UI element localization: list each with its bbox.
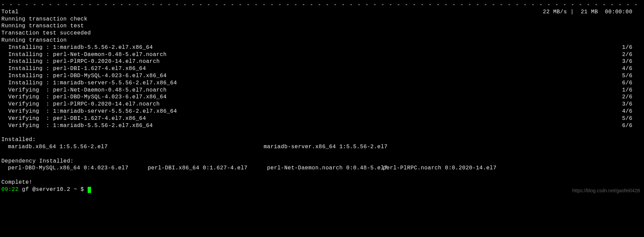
verify-text: Verifying : 1:mariadb-5.5.56-2.el7.x86_6… [1,122,153,129]
install-count: 1/6 [622,44,643,51]
install-row: Installing : 1:mariadb-server-5.5.56-2.e… [1,80,643,87]
install-count: 3/6 [622,58,643,65]
install-row: Installing : 1:mariadb-5.5.56-2.el7.x86_… [1,44,643,51]
install-text: Installing : 1:mariadb-5.5.56-2.el7.x86_… [1,44,153,51]
verify-count: 5/6 [622,115,643,122]
prompt-time: 09:22 [1,186,19,193]
dep-pkg: perl-Net-Daemon.noarch 0:0.48-5.el7 [267,165,383,172]
watermark-text: https://blog.csdn.net/gaofei0428 [572,187,640,194]
terminal-output[interactable]: - - - - - - - - - - - - - - - - - - - - … [0,0,644,196]
verify-text: Verifying : 1:mariadb-server-5.5.56-2.el… [1,108,177,115]
dep-installed-packages: perl-DBD-MySQL.x86_64 0:4.023-6.el7 perl… [1,165,643,172]
status-check: Running transaction check [1,16,643,23]
verify-row: Verifying : perl-Net-Daemon-0.48-5.el7.n… [1,87,643,94]
verify-row: Verifying : perl-PlRPC-0.2020-14.el7.noa… [1,101,643,108]
install-row: Installing : perl-DBD-MySQL-4.023-6.el7.… [1,72,643,80]
installed-header: Installed: [1,136,643,143]
total-label: Total [1,9,19,16]
install-count: 6/6 [622,80,643,87]
verify-row: Verifying : perl-DBD-MySQL-4.023-6.el7.x… [1,94,643,101]
total-row: Total 22 MB/s | 21 MB 00:00:00 [1,9,643,16]
install-row: Installing : perl-PlRPC-0.2020-14.el7.no… [1,58,643,65]
dep-pkg: perl-DBI.x86_64 0:1.627-4.el7 [148,165,267,172]
verify-text: Verifying : perl-Net-Daemon-0.48-5.el7.n… [1,87,167,94]
install-text: Installing : 1:mariadb-server-5.5.56-2.e… [1,80,177,87]
dep-pkg: perl-DBD-MySQL.x86_64 0:4.023-6.el7 [8,165,148,172]
status-succeeded: Transaction test succeeded [1,30,643,37]
prompt-text: gf @server10.2 ~ $ [19,186,88,193]
install-text: Installing : perl-DBD-MySQL-4.023-6.el7.… [1,72,167,80]
install-text: Installing : perl-Net-Daemon-0.48-5.el7.… [1,51,167,58]
shell-prompt[interactable]: 09:22 gf @server10.2 ~ $ [1,186,643,193]
blank-line [1,151,643,158]
install-row: Installing : perl-Net-Daemon-0.48-5.el7.… [1,51,643,58]
install-count: 2/6 [622,51,643,58]
verify-count: 1/6 [622,87,643,94]
install-text: Installing : perl-PlRPC-0.2020-14.el7.no… [1,58,160,65]
dep-pkg: perl-PlRPC.noarch 0:0.2020-14.el7 [383,165,496,172]
verify-row: Verifying : 1:mariadb-5.5.56-2.el7.x86_6… [1,122,643,129]
install-count: 4/6 [622,65,643,72]
blank-line [1,172,643,179]
verify-text: Verifying : perl-DBD-MySQL-4.023-6.el7.x… [1,94,167,101]
status-test: Running transaction test [1,23,643,30]
install-text: Installing : perl-DBI-1.627-4.el7.x86_64 [1,65,146,72]
verify-row: Verifying : 1:mariadb-server-5.5.56-2.el… [1,108,643,115]
verify-text: Verifying : perl-PlRPC-0.2020-14.el7.noa… [1,101,160,108]
complete-line: Complete! [1,179,643,186]
verify-count: 4/6 [622,108,643,115]
cursor-icon [88,187,91,193]
divider-line: - - - - - - - - - - - - - - - - - - - - … [1,1,643,9]
installed-pkg: mariadb-server.x86_64 1:5.5.56-2.el7 [264,143,388,151]
verify-text: Verifying : perl-DBI-1.627-4.el7.x86_64 [1,115,146,122]
dep-installed-header: Dependency Installed: [1,158,643,165]
blank-line [1,129,643,136]
status-running: Running transaction [1,37,643,44]
install-row: Installing : perl-DBI-1.627-4.el7.x86_64… [1,65,643,72]
install-count: 5/6 [622,72,643,80]
verify-count: 6/6 [622,122,643,129]
verify-row: Verifying : perl-DBI-1.627-4.el7.x86_645… [1,115,643,122]
total-stats: 22 MB/s | 21 MB 00:00:00 [543,9,643,16]
installed-pkg: mariadb.x86_64 1:5.5.56-2.el7 [1,143,264,151]
installed-packages: mariadb.x86_64 1:5.5.56-2.el7 mariadb-se… [1,143,643,151]
verify-count: 2/6 [622,94,643,101]
verify-count: 3/6 [622,101,643,108]
